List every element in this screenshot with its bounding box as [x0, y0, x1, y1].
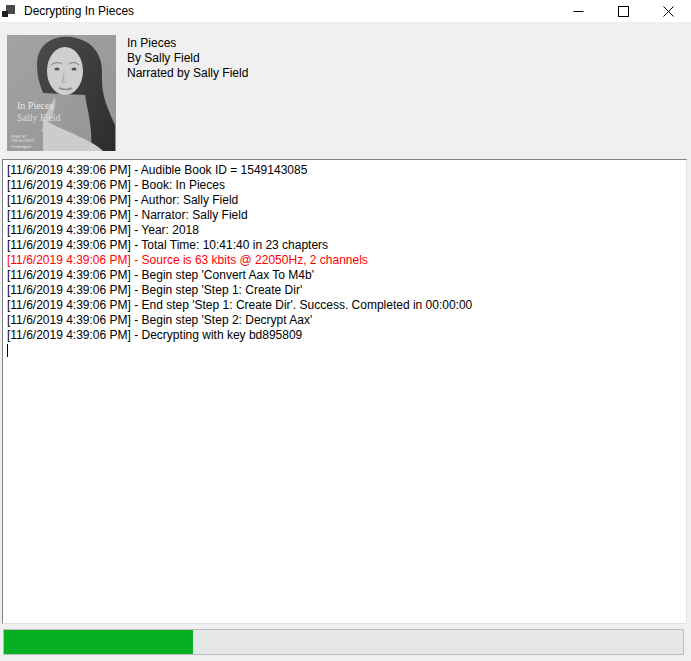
cover-title-text: In Pieces — [17, 100, 53, 111]
log-line: [11/6/2019 4:39:06 PM] - Audible Book ID… — [7, 163, 682, 178]
log-line: [11/6/2019 4:39:06 PM] - Year: 2018 — [7, 223, 682, 238]
book-author: By Sally Field — [127, 51, 248, 66]
book-info-label: In Pieces By Sally Field Narrated by Sal… — [127, 36, 248, 81]
app-icon-square-small — [2, 11, 8, 17]
cover-eye-left — [54, 67, 59, 70]
maximize-icon — [618, 6, 629, 17]
book-title: In Pieces — [127, 36, 248, 51]
log-line: [11/6/2019 4:39:06 PM] - Source is 63 kb… — [7, 253, 682, 268]
log-line: [11/6/2019 4:39:06 PM] - Begin step 'Ste… — [7, 283, 682, 298]
progress-bar — [3, 629, 684, 655]
minimize-button[interactable] — [556, 0, 601, 22]
book-cover-image: In Pieces Sally Field READ BY THE AUTHOR… — [7, 35, 116, 151]
app-icon — [2, 4, 16, 18]
cover-badge-line2: THE AUTHOR — [11, 139, 35, 143]
titlebar[interactable]: Decrypting In Pieces — [0, 0, 691, 22]
close-button[interactable] — [646, 0, 691, 22]
log-textbox[interactable]: [11/6/2019 4:39:06 PM] - Audible Book ID… — [2, 159, 687, 624]
log-line: [11/6/2019 4:39:06 PM] - Decrypting with… — [7, 328, 682, 343]
cover-author-text: Sally Field — [17, 112, 61, 123]
app-window: Decrypting In Pieces — [0, 0, 691, 661]
window-title: Decrypting In Pieces — [24, 4, 134, 18]
cover-face — [47, 47, 83, 95]
log-lines: [11/6/2019 4:39:06 PM] - Audible Book ID… — [7, 163, 682, 343]
progress-fill — [4, 630, 193, 654]
cover-eye-right — [71, 67, 76, 70]
log-line: [11/6/2019 4:39:06 PM] - End step 'Step … — [7, 298, 682, 313]
log-line: [11/6/2019 4:39:06 PM] - Book: In Pieces — [7, 178, 682, 193]
log-line: [11/6/2019 4:39:06 PM] - Begin step 'Con… — [7, 268, 682, 283]
maximize-button[interactable] — [601, 0, 646, 22]
minimize-icon — [573, 6, 584, 17]
log-line: [11/6/2019 4:39:06 PM] - Narrator: Sally… — [7, 208, 682, 223]
log-line: [11/6/2019 4:39:06 PM] - Author: Sally F… — [7, 193, 682, 208]
window-controls — [556, 0, 691, 22]
cover-badge-line3: Unabridged — [11, 145, 31, 149]
log-line: [11/6/2019 4:39:06 PM] - Total Time: 10:… — [7, 238, 682, 253]
close-icon — [663, 6, 674, 17]
text-caret — [7, 344, 8, 357]
log-line: [11/6/2019 4:39:06 PM] - Begin step 'Ste… — [7, 313, 682, 328]
book-narrator: Narrated by Sally Field — [127, 66, 248, 81]
